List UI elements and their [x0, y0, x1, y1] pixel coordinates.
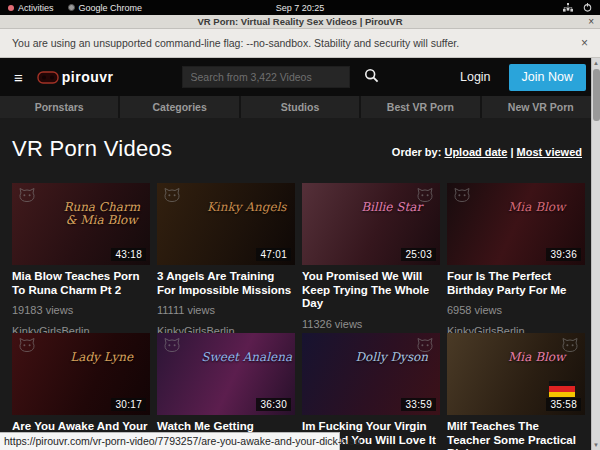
video-views: 6958 views [447, 304, 585, 316]
site-navbar: ≡ pirouvr Login Join Now [0, 58, 600, 96]
video-thumbnail[interactable]: Sweet Analena 36:30 [157, 333, 295, 415]
system-top-bar: Activities Google Chrome Sep 7 20:25 [0, 0, 600, 15]
video-title[interactable]: You Promised We Will Keep Trying The Who… [302, 270, 440, 311]
video-thumbnail[interactable]: Dolly Dyson 33:59 [302, 333, 440, 415]
video-thumbnail[interactable]: Runa Charm & Mia Blow 43:18 [12, 183, 150, 265]
site-logo[interactable]: pirouvr [37, 69, 114, 85]
studio-watermark-icon [164, 188, 180, 206]
login-link[interactable]: Login [460, 70, 491, 84]
power-icon[interactable] [583, 3, 592, 12]
search-input[interactable] [182, 66, 350, 88]
video-thumbnail[interactable]: Kinky Angels 47:01 [157, 183, 295, 265]
status-url-bubble: https://pirouvr.com/vr-porn-video/779325… [0, 432, 340, 450]
browser-tab-bar[interactable]: VR Porn: Virtual Reality Sex Videos | Pi… [0, 15, 600, 29]
search-icon[interactable] [364, 68, 379, 87]
thumbnail-overlay-name: Runa Charm & Mia Blow [56, 201, 147, 227]
scrollbar-thumb[interactable] [593, 69, 600, 121]
video-duration: 47:01 [256, 248, 291, 261]
page-viewport: ≡ pirouvr Login Join Now Pornstars Categ… [0, 58, 600, 450]
menu-item-categories[interactable]: Categories [120, 96, 238, 118]
video-thumbnail[interactable]: Mia Blow 35:58 [447, 333, 585, 415]
video-views: 11326 views [302, 318, 440, 330]
video-duration: 35:58 [546, 398, 581, 411]
video-duration: 30:17 [111, 398, 146, 411]
warning-text: You are using an unsupported command-lin… [12, 37, 459, 49]
studio-watermark-icon [19, 188, 35, 206]
studio-watermark-icon [164, 338, 180, 356]
chrome-icon [68, 4, 75, 11]
hamburger-menu-icon[interactable]: ≡ [14, 70, 23, 85]
studio-watermark-icon [454, 188, 470, 206]
studio-watermark-icon [417, 188, 433, 206]
chrome-warning-bar: You are using an unsupported command-lin… [0, 29, 600, 58]
video-duration: 43:18 [111, 248, 146, 261]
video-title[interactable]: Milf Teaches The Teacher Some Practical … [447, 420, 585, 450]
video-card[interactable]: Runa Charm & Mia Blow 43:18 Mia Blow Tea… [12, 183, 150, 333]
thumbnail-overlay-name: Kinky Angels [201, 201, 292, 214]
activities-label: Activities [18, 3, 54, 13]
category-menu-bar: Pornstars Categories Studios Best VR Por… [0, 96, 600, 118]
video-thumbnail[interactable]: Lady Lyne 30:17 [12, 333, 150, 415]
logo-text: pirouvr [62, 69, 114, 85]
studio-watermark-icon [19, 338, 35, 356]
german-flag [549, 381, 575, 397]
network-icon[interactable] [563, 3, 573, 12]
page-title: VR Porn Videos [12, 136, 172, 162]
activities-button[interactable]: Activities [8, 3, 54, 13]
video-card[interactable]: Kinky Angels 47:01 3 Angels Are Training… [157, 183, 295, 333]
thumbnail-overlay-name: Mia Blow [491, 201, 582, 214]
video-card[interactable]: Billie Star 25:03 You Promised We Will K… [302, 183, 440, 333]
page-scrollbar[interactable]: ▲ ▼ [591, 58, 600, 450]
video-grid: Runa Charm & Mia Blow 43:18 Mia Blow Tea… [12, 183, 588, 450]
warning-close-icon[interactable]: × [581, 36, 588, 50]
join-now-button[interactable]: Join Now [509, 64, 586, 91]
order-by-upload-date-link[interactable]: Upload date [444, 146, 507, 158]
order-by-most-viewed-link[interactable]: Most viewed [517, 146, 582, 158]
video-views: 11111 views [157, 304, 295, 316]
tab-title: VR Porn: Virtual Reality Sex Videos | Pi… [197, 16, 402, 27]
order-by-separator: | [510, 146, 513, 158]
scroll-down-icon[interactable]: ▼ [592, 440, 600, 450]
menu-item-new-vr[interactable]: New VR Porn [482, 96, 600, 118]
order-by-controls: Order by: Upload date | Most viewed [392, 146, 582, 158]
video-views: 19183 views [12, 304, 150, 316]
video-card[interactable]: Mia Blow 39:36 Four Is The Perfect Birth… [447, 183, 585, 333]
order-by-label: Order by: [392, 146, 442, 158]
recording-dot-icon [8, 5, 14, 11]
video-duration: 39:36 [546, 248, 581, 261]
studio-watermark-icon [417, 338, 433, 356]
studio-watermark-icon [562, 338, 578, 356]
menu-item-pornstars[interactable]: Pornstars [0, 96, 118, 118]
video-title[interactable]: Mia Blow Teaches Porn To Runa Charm Pt 2 [12, 270, 150, 297]
video-title[interactable]: 3 Angels Are Training For Impossible Mis… [157, 270, 295, 297]
thumbnail-overlay-name: Sweet Analena [201, 351, 292, 364]
video-duration: 36:30 [256, 398, 291, 411]
tab-close-icon[interactable]: × [588, 16, 594, 27]
video-card[interactable]: Mia Blow 35:58 Milf Teaches The Teacher … [447, 333, 585, 450]
vr-goggles-icon [37, 71, 59, 84]
video-duration: 33:59 [401, 398, 436, 411]
menu-item-best-vr[interactable]: Best VR Porn [361, 96, 479, 118]
video-thumbnail[interactable]: Mia Blow 39:36 [447, 183, 585, 265]
video-title[interactable]: Four Is The Perfect Birthday Party For M… [447, 270, 585, 297]
menu-item-studios[interactable]: Studios [241, 96, 359, 118]
video-thumbnail[interactable]: Billie Star 25:03 [302, 183, 440, 265]
video-duration: 25:03 [401, 248, 436, 261]
scroll-up-icon[interactable]: ▲ [592, 58, 600, 68]
thumbnail-overlay-name: Lady Lyne [56, 351, 147, 364]
app-menu-label: Google Chrome [79, 3, 143, 13]
app-menu-button[interactable]: Google Chrome [68, 3, 143, 13]
